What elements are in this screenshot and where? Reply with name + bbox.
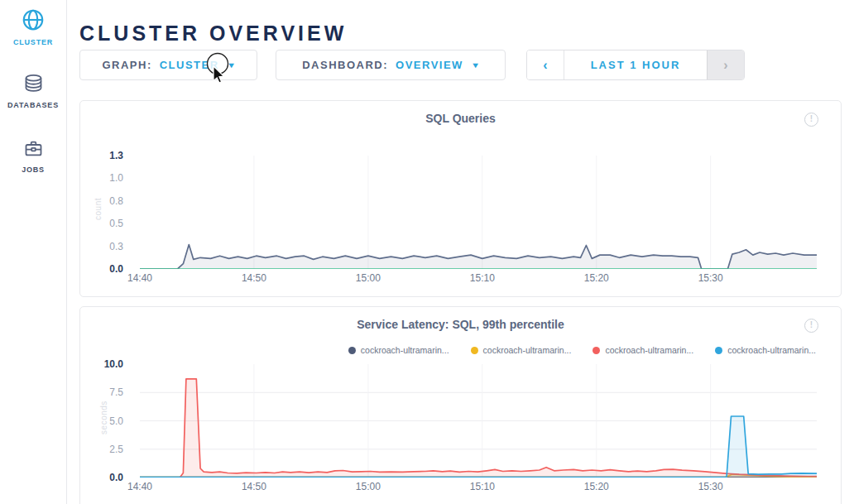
y-axis-ticks: 10.07.55.02.50.0 [80,364,132,478]
x-tick-label: 15:00 [356,272,381,284]
node-blue-latency-area [140,416,817,478]
x-tick-label: 15:10 [470,481,495,492]
chevron-down-icon: ▼ [471,61,480,70]
legend-item[interactable]: cockroach-ultramarin... [593,345,693,355]
y-tick-label: 0.0 [109,263,123,275]
x-tick-label: 15:20 [584,272,609,284]
time-next-button[interactable]: › [708,50,744,79]
x-axis-ticks: 14:4014:5015:0015:1015:2015:30 [140,272,817,287]
y-tick-label: 0.0 [109,472,123,483]
y-tick-label: 0.3 [109,241,123,252]
graph-dropdown-label: GRAPH: [102,59,151,71]
sidebar-item-databases[interactable]: DATABASES [0,73,66,109]
legend-label: cockroach-ultramarin... [483,345,572,355]
legend-dot-icon [715,347,722,354]
legend-dot-icon [348,347,356,354]
chart-title: SQL Queries [80,112,841,125]
legend-dot-icon [593,347,600,354]
x-tick-label: 14:50 [242,272,266,284]
info-icon[interactable]: ! [804,319,818,333]
legend-label: cockroach-ultramarin... [361,345,449,355]
sidebar-item-jobs[interactable]: JOBS [0,137,66,174]
chart-plot[interactable] [140,156,817,269]
sidebar-item-cluster[interactable]: CLUSTER [0,7,66,46]
x-tick-label: 15:00 [356,481,381,492]
y-tick-label: 1.0 [109,172,123,184]
legend-item[interactable]: cockroach-ultramarin... [471,345,572,355]
x-tick-label: 14:40 [127,481,152,492]
graph-dropdown-value: CLUSTER [160,59,219,71]
y-tick-label: 2.5 [109,444,123,455]
legend-item[interactable]: cockroach-ultramarin... [715,345,816,355]
legend-label: cockroach-ultramarin... [605,345,693,355]
y-tick-label: 10.0 [104,358,123,370]
info-icon[interactable]: ! [804,113,818,127]
sql-queries-chart-card: SQL Queries ! count 1.31.00.80.50.30.0 1… [79,100,842,297]
time-range-button[interactable]: LAST 1 HOUR [564,50,708,79]
graph-dropdown[interactable]: GRAPH: CLUSTER ▼ [79,50,257,80]
x-tick-label: 15:30 [698,272,723,284]
dashboard-dropdown-label: DASHBOARD: [302,59,388,71]
dashboard-dropdown[interactable]: DASHBOARD: OVERVIEW ▼ [276,50,506,80]
time-prev-button[interactable]: ‹ [527,50,564,79]
x-tick-label: 15:10 [470,272,495,284]
chevron-down-icon: ▼ [227,61,236,70]
node-red-latency-line [140,379,817,478]
sidebar: CLUSTER DATABASES [0,0,67,504]
y-tick-label: 7.5 [109,386,123,398]
y-axis-ticks: 1.31.00.80.50.30.0 [80,156,132,269]
x-tick-label: 14:50 [242,481,266,492]
x-tick-label: 15:20 [584,481,609,492]
globe-icon [21,21,46,35]
legend-item[interactable]: cockroach-ultramarin... [348,345,449,355]
y-tick-label: 0.5 [109,218,123,229]
sidebar-item-label: CLUSTER [0,38,66,46]
cluster-overview-page: CLUSTER DATABASES [0,0,854,504]
legend-label: cockroach-ultramarin... [727,345,816,355]
sidebar-item-label: JOBS [0,166,66,174]
dashboard-dropdown-value: OVERVIEW [396,59,463,71]
sidebar-item-label: DATABASES [0,101,66,109]
databases-icon [22,84,45,98]
y-tick-label: 0.8 [109,195,123,207]
time-window-selector: ‹ LAST 1 HOUR › [526,50,745,80]
briefcase-icon [22,148,45,162]
chart-legend: cockroach-ultramarin...cockroach-ultrama… [348,345,816,355]
chart-title: Service Latency: SQL, 99th percentile [80,318,841,331]
node-red-latency-area [140,379,817,478]
legend-dot-icon [471,347,478,354]
chart-plot[interactable] [140,364,817,478]
x-tick-label: 15:30 [698,481,723,492]
y-tick-label: 1.3 [109,150,123,161]
y-tick-label: 5.0 [109,415,123,427]
x-axis-ticks: 14:4014:5015:0015:1015:2015:30 [140,481,817,496]
service-latency-chart-card: Service Latency: SQL, 99th percentile ! … [79,306,842,504]
x-tick-label: 14:40 [127,272,152,284]
node-blue-latency-line [140,416,817,478]
page-title: CLUSTER OVERVIEW [79,22,347,46]
